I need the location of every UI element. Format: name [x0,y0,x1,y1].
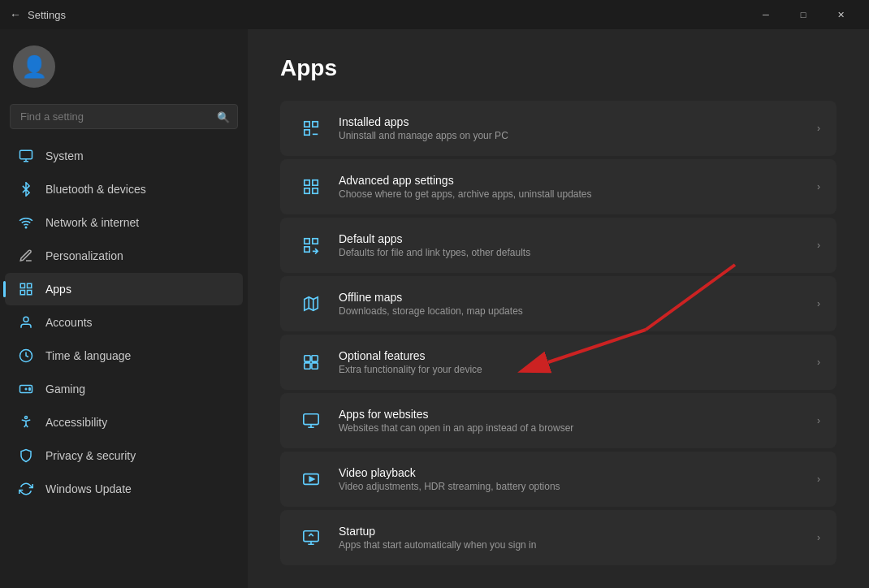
svg-rect-26 [305,247,309,252]
svg-rect-31 [312,356,318,361]
video_playback-desc: Video adjustments, HDR streaming, batter… [339,481,804,492]
optional_features-desc: Extra functionality for your device [339,364,804,375]
sidebar-label-windows_update: Windows Update [45,482,132,495]
settings-item-installed_apps[interactable]: Installed apps Uninstall and manage apps… [280,101,837,156]
sidebar-label-accounts: Accounts [45,316,93,329]
search-icon: 🔍 [217,110,230,123]
settings-item-apps_for_websites[interactable]: Apps for websites Websites that can open… [280,393,837,448]
settings-item-video_playback[interactable]: Video playback Video adjustments, HDR st… [280,452,837,507]
svg-rect-32 [305,363,310,369]
default_apps-chevron: › [817,240,820,251]
installed_apps-desc: Uninstall and manage apps on your PC [339,130,804,141]
settings-item-offline_maps[interactable]: Offline maps Downloads, storage location… [280,276,837,331]
apps_for_websites-text: Apps for websites Websites that can open… [339,408,804,434]
optional_features-icon [296,348,326,377]
optional_features-title: Optional features [339,349,804,362]
sidebar-item-network[interactable]: Network & internet [5,206,243,239]
user-avatar-area: 👤 [0,29,248,101]
nav-list: System Bluetooth & devices Network & int… [0,139,248,506]
advanced_app_settings-chevron: › [817,181,820,192]
offline_maps-icon [296,289,326,318]
sidebar-item-accounts[interactable]: Accounts [5,306,243,339]
sidebar-item-privacy[interactable]: Privacy & security [5,439,243,472]
advanced_app_settings-desc: Choose where to get apps, archive apps, … [339,188,804,200]
sidebar-label-apps: Apps [45,283,71,296]
time-icon [18,348,34,364]
sidebar-label-personalization: Personalization [45,249,123,262]
sidebar-label-system: System [45,149,84,162]
gaming-icon [18,381,34,397]
system-icon [18,148,34,164]
maximize-button[interactable]: □ [785,0,822,29]
svg-rect-25 [313,239,318,244]
apps_for_websites-icon [296,406,326,435]
svg-marker-27 [305,297,318,311]
settings-item-advanced_app_settings[interactable]: Advanced app settings Choose where to ge… [280,159,837,214]
settings-item-default_apps[interactable]: Default apps Defaults for file and link … [280,218,837,273]
main-content: Apps Installed apps Uninstall and manage… [248,29,869,588]
startup-chevron: › [817,532,820,543]
avatar: 👤 [13,45,55,88]
titlebar: ← Settings ─ □ ✕ [0,0,869,29]
svg-rect-5 [28,283,32,288]
settings-list: Installed apps Uninstall and manage apps… [280,101,837,565]
installed_apps-icon [296,114,326,143]
search-input[interactable] [10,104,238,129]
accessibility-icon [18,414,34,430]
sidebar-item-system[interactable]: System [5,140,243,172]
svg-marker-36 [309,477,314,482]
sidebar-item-bluetooth[interactable]: Bluetooth & devices [5,173,243,205]
sidebar-item-personalization[interactable]: Personalization [5,240,243,272]
apps_for_websites-desc: Websites that can open in an app instead… [339,422,804,434]
back-button[interactable]: ← [10,8,21,21]
svg-point-3 [25,227,27,228]
sidebar-label-gaming: Gaming [45,383,85,396]
svg-point-14 [29,389,31,391]
startup-desc: Apps that start automatically when you s… [339,539,804,551]
window-title: Settings [28,9,66,21]
offline_maps-text: Offline maps Downloads, storage location… [339,291,804,317]
video_playback-icon [296,465,326,494]
svg-rect-20 [305,180,309,185]
video_playback-title: Video playback [339,466,804,479]
sidebar-item-accessibility[interactable]: Accessibility [5,406,243,439]
offline_maps-chevron: › [817,298,820,309]
minimize-button[interactable]: ─ [747,0,785,29]
svg-rect-23 [313,188,318,193]
settings-item-startup[interactable]: Startup Apps that start automatically wh… [280,510,837,565]
startup-icon [296,523,326,552]
settings-item-optional_features[interactable]: Optional features Extra functionality fo… [280,335,837,390]
sidebar-item-gaming[interactable]: Gaming [5,373,243,405]
search-box: 🔍 [10,104,238,129]
sidebar-item-apps[interactable]: Apps [5,273,243,305]
accounts-icon [18,314,34,331]
svg-rect-24 [305,239,309,244]
svg-rect-6 [20,291,24,295]
sidebar: 👤 🔍 System Bluetooth & devices Network &… [0,29,248,588]
sidebar-label-privacy: Privacy & security [45,449,136,462]
apps_for_websites-title: Apps for websites [339,408,804,421]
svg-rect-33 [312,363,318,369]
content-area: 👤 🔍 System Bluetooth & devices Network &… [0,29,869,588]
sidebar-item-time[interactable]: Time & language [5,339,243,372]
network-icon [18,214,34,231]
svg-rect-7 [28,291,32,295]
sidebar-item-windows_update[interactable]: Windows Update [5,473,243,505]
svg-rect-4 [20,283,24,288]
svg-rect-22 [305,188,309,193]
svg-rect-30 [305,356,310,361]
apps-icon [18,281,34,297]
installed_apps-title: Installed apps [339,115,804,128]
optional_features-text: Optional features Extra functionality fo… [339,349,804,375]
close-button[interactable]: ✕ [822,0,859,29]
bluetooth-icon [18,181,34,197]
default_apps-text: Default apps Defaults for file and link … [339,232,804,258]
svg-rect-17 [313,122,318,127]
svg-rect-0 [20,150,32,159]
personalization-icon [18,248,34,264]
startup-title: Startup [339,525,804,538]
offline_maps-title: Offline maps [339,291,804,304]
main-wrapper: Apps Installed apps Uninstall and manage… [248,29,869,588]
advanced_app_settings-icon [296,172,326,201]
startup-text: Startup Apps that start automatically wh… [339,525,804,551]
